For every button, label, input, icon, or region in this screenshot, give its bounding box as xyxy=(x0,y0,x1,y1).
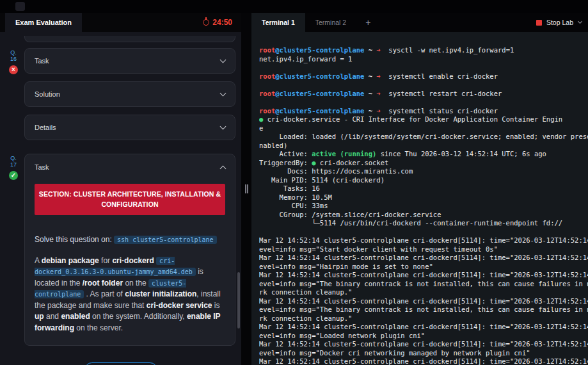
terminal-menu-chevron[interactable] xyxy=(578,13,582,32)
question-17-label: Q. 17 xyxy=(6,155,20,168)
question-16-label: Q. 16 xyxy=(6,49,20,62)
accordion-details-q16[interactable]: Details xyxy=(24,115,235,140)
question-list: Q. 16 × Task Solution Details xyxy=(0,32,241,365)
terminal-tab-bar: Terminal 1 Terminal 2 + Stop Lab xyxy=(251,13,588,32)
stop-icon xyxy=(536,20,542,26)
chevron-down-icon xyxy=(220,124,226,130)
tab-terminal-1[interactable]: Terminal 1 xyxy=(251,13,305,32)
scrolled-card-fragment xyxy=(24,36,235,42)
tab-terminal-2[interactable]: Terminal 2 xyxy=(305,13,356,32)
panel-resize-divider[interactable] xyxy=(241,13,251,365)
chevron-down-icon xyxy=(578,19,582,24)
top-bar xyxy=(0,0,588,13)
accordion-task-q16[interactable]: Task xyxy=(24,48,235,74)
chevron-down-icon xyxy=(220,90,226,97)
chevron-down-icon xyxy=(220,57,226,63)
terminal-output[interactable]: root@cluster5-controlplane ~ ➜ sysctl -w… xyxy=(251,32,588,365)
exam-evaluation-panel: Exam Evaluation 24:50 Q. 16 × Task Solu xyxy=(0,13,241,365)
solve-instruction: Solve this question on: ssh cluster5-con… xyxy=(35,234,225,245)
fail-icon: × xyxy=(9,65,18,74)
scrollbar-thumb[interactable] xyxy=(237,272,240,328)
resize-grip-icon xyxy=(245,184,248,193)
accordion-task-q17[interactable]: Task xyxy=(25,154,235,180)
stop-lab-button[interactable]: Stop Lab xyxy=(536,13,573,32)
clock-icon xyxy=(203,19,209,26)
exam-timer: 24:50 xyxy=(203,13,232,32)
chevron-up-icon xyxy=(220,165,226,172)
screen: Exam Evaluation 24:50 Q. 16 × Task Solu xyxy=(0,0,588,365)
add-terminal-button[interactable]: + xyxy=(365,13,370,32)
stop-lab-label: Stop Lab xyxy=(546,19,573,26)
exam-panel-header: Exam Evaluation 24:50 xyxy=(0,13,241,32)
app-logo-icon[interactable] xyxy=(15,2,25,11)
accordion-label: Task xyxy=(35,163,49,171)
task-description: A debian package for cri-dockerd cri-doc… xyxy=(35,256,225,334)
question-17: Q. 17 ✓ Task SECTION: CLUSTER ARCHITECTU… xyxy=(24,154,235,346)
section-banner: SECTION: CLUSTER ARCHITECTURE, INSTALLAT… xyxy=(35,184,225,215)
question-16: Q. 16 × Task Solution Details xyxy=(24,48,235,140)
timer-value: 24:50 xyxy=(212,18,232,27)
task-card-q17: Task SECTION: CLUSTER ARCHITECTURE, INST… xyxy=(24,154,235,346)
terminal-panel: Terminal 1 Terminal 2 + Stop Lab root@cl… xyxy=(251,13,588,365)
accordion-solution-q16[interactable]: Solution xyxy=(24,81,235,107)
accordion-label: Solution xyxy=(35,90,60,98)
task-content: SECTION: CLUSTER ARCHITECTURE, INSTALLAT… xyxy=(25,184,235,334)
test-again-button[interactable]: TEST AGAIN xyxy=(84,362,157,365)
pass-icon: ✓ xyxy=(9,171,18,180)
accordion-label: Task xyxy=(35,57,49,65)
accordion-label: Details xyxy=(35,124,56,131)
tab-exam-evaluation[interactable]: Exam Evaluation xyxy=(5,13,82,32)
